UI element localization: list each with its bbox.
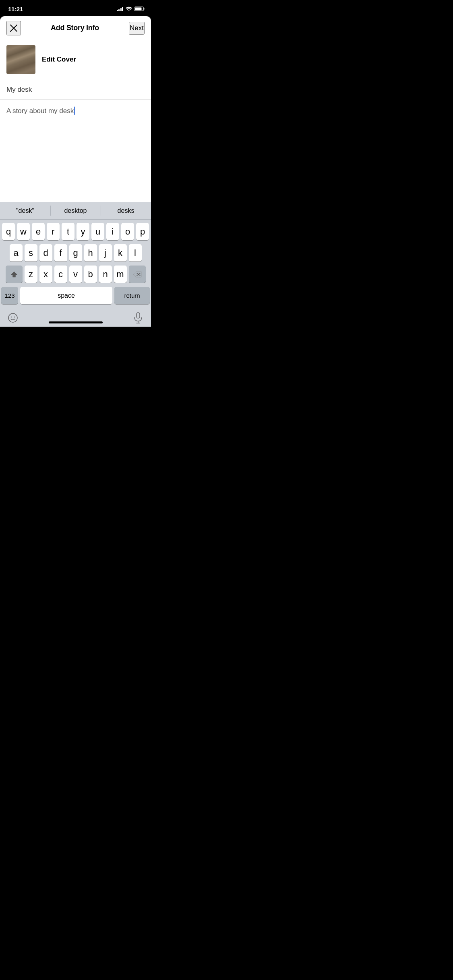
autocomplete-desks[interactable]: desks bbox=[101, 202, 151, 219]
key-g[interactable]: g bbox=[69, 244, 82, 261]
page-title: Add Story Info bbox=[51, 24, 99, 32]
svg-rect-1 bbox=[144, 8, 145, 10]
keyboard-row-4: 123 space return bbox=[1, 287, 150, 304]
keyboard-area: "desk" desktop desks q w e r t y u i o bbox=[0, 202, 151, 327]
key-w[interactable]: w bbox=[17, 223, 30, 240]
keyboard-row-1: q w e r t y u i o p bbox=[1, 223, 150, 240]
svg-rect-10 bbox=[137, 313, 140, 318]
key-k[interactable]: k bbox=[114, 244, 127, 261]
key-x[interactable]: x bbox=[39, 266, 52, 283]
key-e[interactable]: e bbox=[32, 223, 45, 240]
emoji-button[interactable] bbox=[6, 311, 19, 324]
svg-point-8 bbox=[11, 317, 12, 317]
edit-cover-label: Edit Cover bbox=[42, 56, 76, 64]
status-time: 11:21 bbox=[8, 6, 23, 12]
next-button[interactable]: Next bbox=[129, 22, 145, 35]
key-u[interactable]: u bbox=[91, 223, 104, 240]
key-f[interactable]: f bbox=[54, 244, 67, 261]
key-s[interactable]: s bbox=[25, 244, 37, 261]
backspace-key[interactable] bbox=[129, 266, 146, 283]
numbers-key[interactable]: 123 bbox=[1, 287, 18, 304]
main-sheet: Add Story Info Next Edit Cover A story a… bbox=[0, 16, 151, 327]
key-v[interactable]: v bbox=[69, 266, 82, 283]
svg-rect-2 bbox=[135, 8, 142, 10]
key-b[interactable]: b bbox=[84, 266, 97, 283]
key-p[interactable]: p bbox=[136, 223, 149, 240]
key-j[interactable]: j bbox=[99, 244, 112, 261]
battery-icon bbox=[134, 6, 145, 11]
key-z[interactable]: z bbox=[25, 266, 37, 283]
key-t[interactable]: t bbox=[62, 223, 74, 240]
signal-icon bbox=[117, 6, 124, 11]
key-l[interactable]: l bbox=[129, 244, 142, 261]
autocomplete-desktop[interactable]: desktop bbox=[50, 202, 101, 219]
shift-key[interactable] bbox=[6, 266, 23, 283]
wifi-icon bbox=[126, 6, 132, 11]
key-m[interactable]: m bbox=[114, 266, 127, 283]
key-d[interactable]: d bbox=[39, 244, 52, 261]
keyboard-row-2: a s d f g h j k l bbox=[1, 244, 150, 261]
key-q[interactable]: q bbox=[2, 223, 15, 240]
keys-section: q w e r t y u i o p a s d f g h j k bbox=[0, 220, 151, 310]
space-key[interactable]: space bbox=[20, 287, 112, 304]
status-bar: 11:21 bbox=[0, 0, 151, 18]
key-r[interactable]: r bbox=[47, 223, 60, 240]
key-c[interactable]: c bbox=[54, 266, 67, 283]
description-text[interactable]: A story about my desk bbox=[6, 106, 145, 138]
mic-button[interactable] bbox=[132, 311, 145, 324]
cover-thumbnail bbox=[6, 45, 35, 74]
key-o[interactable]: o bbox=[121, 223, 134, 240]
close-button[interactable] bbox=[6, 21, 21, 35]
autocomplete-bar: "desk" desktop desks bbox=[0, 202, 151, 220]
keyboard-bottom-bar bbox=[0, 310, 151, 327]
key-y[interactable]: y bbox=[77, 223, 89, 240]
key-a[interactable]: a bbox=[10, 244, 23, 261]
key-n[interactable]: n bbox=[99, 266, 112, 283]
keyboard-row-3: z x c v b n m bbox=[1, 266, 150, 283]
edit-cover-row[interactable]: Edit Cover bbox=[0, 40, 151, 79]
status-icons bbox=[117, 6, 145, 11]
key-i[interactable]: i bbox=[106, 223, 119, 240]
home-indicator bbox=[49, 321, 103, 323]
key-h[interactable]: h bbox=[84, 244, 97, 261]
title-input[interactable] bbox=[6, 86, 145, 94]
return-key[interactable]: return bbox=[114, 287, 150, 304]
description-field[interactable]: A story about my desk 1979 bbox=[0, 100, 151, 138]
nav-bar: Add Story Info Next bbox=[0, 16, 151, 40]
title-field[interactable] bbox=[0, 79, 151, 100]
autocomplete-desk-quoted[interactable]: "desk" bbox=[0, 202, 50, 219]
svg-point-7 bbox=[8, 313, 17, 322]
svg-point-9 bbox=[14, 317, 15, 317]
